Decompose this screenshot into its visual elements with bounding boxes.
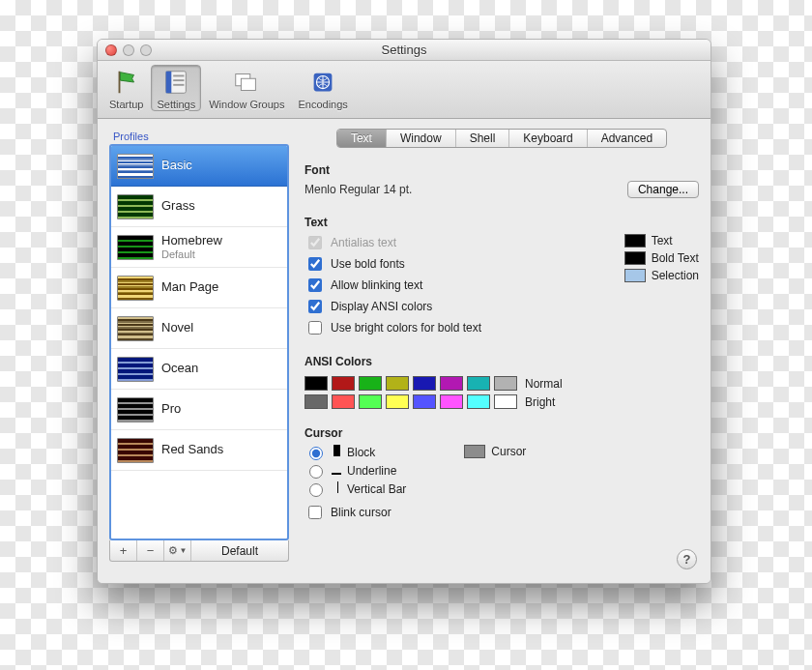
change-font-button[interactable]: Change... — [627, 181, 699, 198]
profile-item[interactable]: Basic — [111, 146, 287, 187]
cursor-color-well[interactable] — [464, 445, 485, 458]
profile-item[interactable]: Grass — [111, 187, 287, 227]
profile-thumb — [117, 357, 154, 382]
window-minimize-button[interactable] — [123, 44, 134, 56]
ansi-color-well[interactable] — [494, 394, 517, 409]
settings-icon — [160, 67, 191, 98]
sidebar: Profiles BasicGrassHomebrewDefaultMan Pa… — [109, 129, 289, 569]
ansi-color-well[interactable] — [440, 394, 463, 409]
windows-icon — [231, 67, 262, 98]
tab-keyboard[interactable]: Keyboard — [509, 130, 587, 147]
settings-window: Settings Startup Settings Window Groups — [97, 39, 711, 584]
ansi-color-well[interactable] — [467, 394, 490, 409]
window-zoom-button[interactable] — [140, 44, 152, 56]
text-swatches: TextBold TextSelection — [624, 233, 699, 283]
cursor-shape-option[interactable]: Block — [304, 444, 406, 460]
ansi-color-well[interactable] — [494, 376, 517, 391]
ansi-row-label: Normal — [525, 377, 563, 391]
profile-item[interactable]: Pro — [111, 390, 287, 430]
ansi-color-well[interactable] — [467, 376, 490, 391]
cursor-swatch-label: Cursor — [491, 445, 526, 458]
ansi-section-title: ANSI Colors — [304, 355, 699, 368]
cursor-shape-label: Block — [347, 446, 375, 459]
profile-actions-button[interactable]: ⚙︎ ▼ — [164, 540, 191, 561]
tab-window[interactable]: Window — [387, 130, 456, 147]
add-profile-button[interactable]: + — [110, 540, 137, 561]
profile-item[interactable]: Man Page — [111, 268, 287, 308]
color-well-row: Selection — [624, 268, 699, 283]
cursor-swatch-col: Cursor — [464, 444, 526, 459]
text-option-label: Use bright colors for bold text — [331, 321, 481, 335]
cursor-section-title: Cursor — [304, 426, 699, 440]
color-well[interactable] — [624, 269, 646, 282]
body: Profiles BasicGrassHomebrewDefaultMan Pa… — [98, 119, 710, 583]
text-option[interactable]: Use bold fonts — [304, 254, 481, 274]
content-tabs: TextWindowShellKeyboardAdvanced — [336, 129, 667, 148]
ansi-color-well[interactable] — [332, 376, 355, 391]
profile-name: Man Page — [161, 280, 218, 294]
toolbar-item-window-groups[interactable]: Window Groups — [203, 65, 290, 110]
text-section-title: Text — [304, 216, 699, 229]
ansi-color-well[interactable] — [304, 376, 328, 391]
svg-rect-4 — [174, 79, 185, 81]
chevron-down-icon: ▼ — [180, 546, 188, 555]
ansi-color-well[interactable] — [413, 394, 436, 409]
ansi-color-well[interactable] — [359, 394, 382, 409]
window-title: Settings — [98, 43, 710, 57]
profile-name: Basic — [161, 159, 192, 172]
tab-shell[interactable]: Shell — [456, 130, 510, 147]
color-well-label: Text — [652, 234, 673, 248]
ansi-color-well[interactable] — [332, 394, 355, 409]
flag-icon — [111, 67, 142, 98]
profiles-list[interactable]: BasicGrassHomebrewDefaultMan PageNovelOc… — [109, 144, 289, 540]
cursor-shape-icon — [332, 464, 341, 478]
ansi-color-well[interactable] — [386, 376, 409, 391]
tab-advanced[interactable]: Advanced — [588, 130, 666, 147]
globe-icon — [307, 67, 338, 98]
profile-thumb — [117, 438, 154, 463]
color-well-label: Selection — [652, 269, 699, 282]
ansi-row-label: Bright — [525, 395, 555, 409]
remove-profile-button[interactable]: − — [137, 540, 164, 561]
profile-item[interactable]: Novel — [111, 308, 287, 349]
cursor-shape-icon — [332, 445, 341, 459]
profile-item[interactable]: Ocean — [111, 349, 287, 390]
ansi-color-well[interactable] — [304, 394, 328, 409]
ansi-color-well[interactable] — [440, 376, 463, 391]
window-close-button[interactable] — [105, 44, 117, 56]
sidebar-footer: + − ⚙︎ ▼ Default — [109, 540, 289, 562]
gear-icon: ⚙︎ — [168, 544, 178, 557]
ansi-color-well[interactable] — [386, 394, 409, 409]
profile-thumb — [117, 316, 154, 341]
ansi-color-well[interactable] — [413, 376, 436, 391]
tab-text[interactable]: Text — [337, 130, 387, 147]
toolbar-item-encodings[interactable]: Encodings — [292, 65, 353, 110]
profile-name: Pro — [161, 402, 181, 416]
toolbar-item-startup[interactable]: Startup — [103, 65, 149, 110]
text-option: Antialias text — [304, 233, 481, 252]
svg-rect-7 — [242, 78, 256, 90]
help-button[interactable]: ? — [677, 549, 697, 569]
profile-name: Red Sands — [161, 443, 223, 456]
titlebar: Settings — [98, 40, 710, 61]
text-option[interactable]: Use bright colors for bold text — [304, 318, 481, 337]
cursor-shape-label: Vertical Bar — [347, 482, 406, 496]
profile-item[interactable]: HomebrewDefault — [111, 227, 287, 268]
cursor-shape-icon — [332, 481, 341, 496]
cursor-shape-option[interactable]: Underline — [304, 462, 406, 479]
blink-cursor-checkbox[interactable]: Blink cursor — [304, 503, 699, 522]
svg-rect-5 — [174, 84, 185, 86]
text-option[interactable]: Allow blinking text — [304, 276, 481, 295]
color-well[interactable] — [624, 251, 646, 265]
cursor-shape-option[interactable]: Vertical Bar — [304, 481, 406, 497]
text-options: Antialias textUse bold fontsAllow blinki… — [304, 233, 481, 337]
color-well[interactable] — [624, 234, 646, 248]
set-default-button[interactable]: Default — [191, 540, 288, 561]
text-option[interactable]: Display ANSI colors — [304, 297, 481, 316]
ansi-color-well[interactable] — [359, 376, 382, 391]
text-option-label: Antialias text — [331, 236, 396, 249]
toolbar-item-settings[interactable]: Settings — [151, 65, 201, 111]
profile-item[interactable]: Red Sands — [111, 430, 287, 471]
color-well-row: Bold Text — [624, 250, 699, 266]
toolbar-label: Window Groups — [209, 99, 284, 110]
